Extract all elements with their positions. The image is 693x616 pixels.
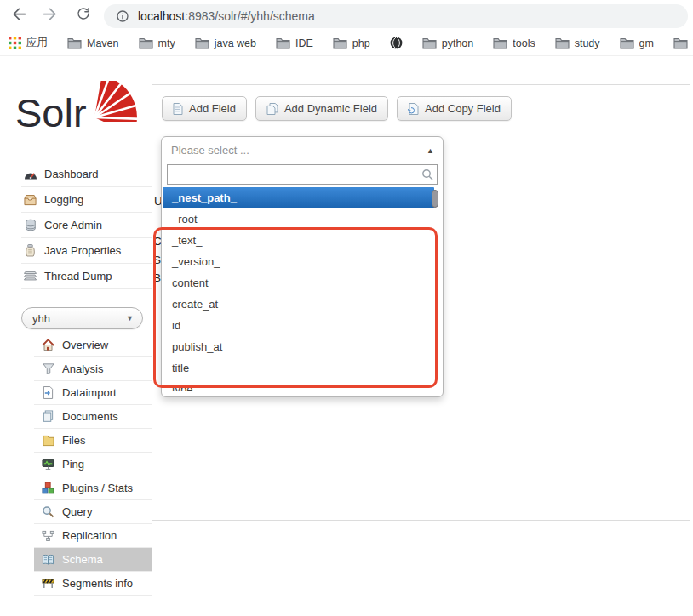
bookmark-item[interactable]: php (333, 37, 370, 49)
clipped-label-text: S (153, 254, 161, 266)
bookmark-item[interactable]: tools (493, 37, 535, 49)
field-select-header[interactable]: Please select ... ▲ (162, 137, 443, 163)
sidebar-item-core-admin[interactable]: Core Admin (21, 213, 152, 238)
folder-icon (555, 37, 570, 49)
reload-button[interactable] (74, 6, 93, 25)
core-item-plugins-stats[interactable]: Plugins / Stats (34, 476, 152, 500)
core-item-replication[interactable]: Replication (34, 524, 152, 548)
url-text: localhost:8983/solr/#/yhh/schema (138, 9, 315, 23)
browser-toolbar: localhost:8983/solr/#/yhh/schema (0, 0, 693, 31)
folder-icon (276, 37, 290, 49)
core-item-query[interactable]: Query (34, 500, 152, 524)
chevron-up-icon: ▲ (427, 146, 434, 155)
bookmark-label: Maven (87, 37, 119, 49)
bookmark-item[interactable]: Maven (67, 37, 119, 49)
bookmark-item[interactable]: 插件 (673, 36, 693, 50)
field-select-placeholder: Please select ... (171, 144, 249, 157)
core-admin-icon (23, 219, 37, 231)
bookmark-item[interactable] (390, 37, 403, 49)
segments-info-icon (41, 578, 55, 589)
add-field-button[interactable]: Add Field (162, 96, 247, 121)
bookmark-item[interactable]: 应用 (9, 36, 48, 50)
bookmark-label: tools (513, 37, 535, 49)
sidebar-item-label: Logging (44, 193, 83, 206)
core-item-dataimport[interactable]: Dataimport (34, 381, 152, 405)
bookmark-item[interactable]: python (422, 37, 474, 49)
overview-icon (41, 339, 55, 351)
sidebar-item-label: Segments info (62, 577, 133, 590)
back-button[interactable] (9, 6, 27, 25)
bookmark-item[interactable]: java web (195, 37, 256, 49)
solr-starburst-icon (90, 81, 143, 122)
core-item-segments-info[interactable]: Segments info (34, 572, 152, 596)
doc-icon (173, 103, 183, 115)
files-icon (41, 435, 55, 447)
folder-icon (333, 37, 347, 49)
field-search-input[interactable] (167, 164, 438, 185)
thread-dump-icon (23, 271, 37, 282)
core-item-ping[interactable]: Ping (34, 453, 152, 476)
query-icon (41, 505, 55, 518)
field-select-dropdown: Please select ... ▲ _nest_path__root__te… (161, 136, 444, 397)
replication-icon (41, 530, 55, 542)
bookmark-item[interactable]: gm (620, 37, 654, 49)
bookmark-item[interactable]: study (555, 37, 600, 49)
sidebar-item-label: Core Admin (44, 219, 102, 231)
sidebar-item-label: Documents (62, 410, 118, 423)
sidebar-item-java-properties[interactable]: Java Properties (21, 238, 152, 264)
url-host: localhost (138, 9, 185, 23)
address-bar[interactable]: localhost:8983/solr/#/yhh/schema (104, 4, 688, 28)
core-selector-value: yhh (32, 312, 50, 325)
add-dynamic-field-button[interactable]: Add Dynamic Field (255, 96, 388, 121)
field-option[interactable]: create_at (163, 294, 434, 315)
core-selector[interactable]: yhh ▼ (21, 307, 143, 329)
core-item-schema[interactable]: Schema (34, 548, 152, 572)
bookmark-label: php (352, 37, 370, 49)
folder-icon (422, 37, 437, 49)
button-label: Add Field (189, 102, 236, 115)
sidebar-item-label: Thread Dump (44, 270, 112, 282)
folder-icon (493, 37, 507, 49)
solr-logo[interactable]: Solr (15, 81, 143, 145)
doc-arrow-icon (408, 103, 419, 115)
folder-icon (67, 37, 82, 49)
dashboard-icon (23, 168, 37, 180)
globe-icon (390, 37, 403, 49)
core-item-analysis[interactable]: Analysis (34, 357, 152, 381)
core-item-overview[interactable]: Overview (34, 334, 152, 357)
sidebar-item-label: Ping (62, 458, 84, 471)
add-copy-field-button[interactable]: Add Copy Field (397, 96, 512, 121)
reload-icon (76, 6, 91, 25)
field-option[interactable]: _version_ (163, 251, 434, 272)
sidebar-item-label: Dashboard (44, 168, 99, 180)
field-option[interactable]: title (163, 357, 434, 379)
field-option[interactable]: id (163, 315, 434, 336)
sidebar-core-menu: OverviewAnalysisDataimportDocumentsFiles… (0, 334, 152, 596)
bookmark-item[interactable]: IDE (276, 37, 313, 49)
sidebar-item-label: Files (62, 434, 85, 447)
sidebar-item-logging[interactable]: Logging (21, 187, 152, 213)
core-item-files[interactable]: Files (34, 429, 152, 453)
dataimport-icon (41, 386, 55, 399)
field-option[interactable]: _nest_path_ (163, 187, 434, 208)
logging-icon (23, 194, 37, 206)
scrollbar-thumb[interactable] (432, 190, 438, 208)
sidebar-main-menu: DashboardLoggingCore AdminJava Propertie… (0, 162, 152, 289)
bookmark-item[interactable]: mty (139, 37, 175, 49)
field-option[interactable]: content (163, 272, 434, 294)
field-option[interactable]: _text_ (163, 230, 434, 251)
bookmark-label: gm (639, 37, 654, 49)
sidebar: Solr DashboardLoggingCore AdminJava Prop… (0, 56, 152, 616)
field-option[interactable]: publish_at (163, 336, 434, 357)
field-option-list: _nest_path__root__text__version_contentc… (162, 187, 443, 391)
site-info-icon[interactable] (116, 9, 129, 23)
sidebar-item-thread-dump[interactable]: Thread Dump (21, 264, 152, 289)
sidebar-item-dashboard[interactable]: Dashboard (21, 162, 152, 187)
field-option[interactable]: type (163, 379, 434, 391)
sidebar-item-label: Schema (62, 553, 103, 566)
field-option[interactable]: _root_ (163, 208, 434, 230)
core-item-documents[interactable]: Documents (34, 405, 152, 429)
forward-button[interactable] (41, 6, 60, 25)
bookmark-label: java web (215, 37, 256, 49)
button-label: Add Copy Field (425, 102, 501, 115)
